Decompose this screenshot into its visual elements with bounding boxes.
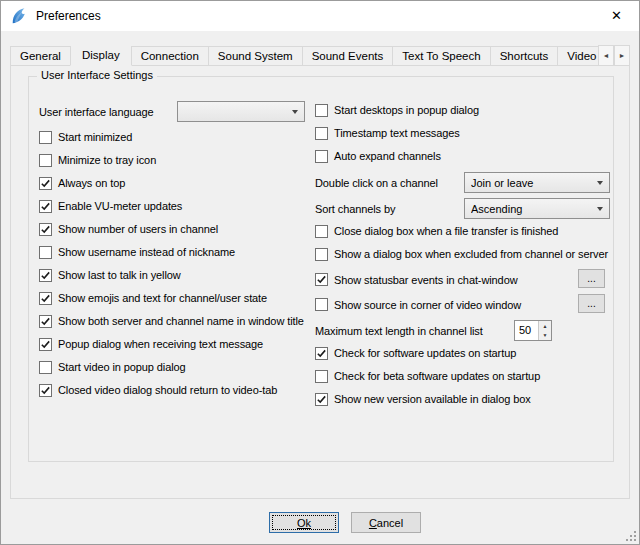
tab-scroll-right-button[interactable]: ► <box>614 45 630 66</box>
tab-sound-events[interactable]: Sound Events <box>302 46 394 66</box>
checkbox-label: Close dialog box when a file transfer is… <box>334 225 558 237</box>
tab-shortcuts[interactable]: Shortcuts <box>490 46 559 66</box>
cancel-button[interactable]: Cancel <box>351 512 421 533</box>
dropdown[interactable] <box>177 101 305 122</box>
resize-grip[interactable] <box>625 530 637 542</box>
right-settings-column: Start desktops in popup dialogTimestamp … <box>315 103 617 415</box>
checkbox[interactable] <box>39 269 52 282</box>
checkbox-row: Show both server and channel name in win… <box>39 314 315 328</box>
spin-up-button[interactable]: ▲ <box>539 321 551 331</box>
checkbox-row: Start video in popup dialog <box>39 360 315 374</box>
dropdown[interactable]: Join or leave <box>464 172 610 193</box>
checkbox-row: Timestamp text messages <box>315 126 617 140</box>
check-icon <box>40 224 51 235</box>
check-icon <box>40 385 51 396</box>
checkbox-label: Show source in corner of video window <box>334 299 521 311</box>
checkbox[interactable] <box>315 393 328 406</box>
checkbox[interactable] <box>315 104 328 117</box>
checkbox[interactable] <box>39 200 52 213</box>
ellipsis-button[interactable]: ... <box>578 294 605 313</box>
number-spinner[interactable]: 50▲▼ <box>514 320 552 341</box>
select-row: User interface language <box>39 101 315 122</box>
checkbox-label: Popup dialog when receiving text message <box>58 338 263 350</box>
checkbox[interactable] <box>39 154 52 167</box>
spin-down-button[interactable]: ▼ <box>539 331 551 341</box>
tab-text-to-speech[interactable]: Text To Speech <box>392 46 490 66</box>
spinner-value: 50 <box>515 321 538 340</box>
checkbox[interactable] <box>315 150 328 163</box>
checkbox[interactable] <box>39 384 52 397</box>
group-title: User Interface Settings <box>37 69 157 81</box>
checkbox[interactable] <box>39 292 52 305</box>
checkbox[interactable] <box>315 273 328 286</box>
select-row: Sort channels byAscending <box>315 198 617 219</box>
checkbox[interactable] <box>39 361 52 374</box>
dropdown-value: Ascending <box>471 203 593 215</box>
checkbox-label: Start desktops in popup dialog <box>334 104 479 116</box>
user-interface-settings-group: User Interface Settings User interface l… <box>28 76 614 462</box>
checkbox-row: Show a dialog box when excluded from cha… <box>315 247 617 261</box>
checkbox[interactable] <box>39 177 52 190</box>
checkbox[interactable] <box>315 370 328 383</box>
checkbox-row: Show emojis and text for channel/user st… <box>39 291 315 305</box>
checkbox[interactable] <box>315 127 328 140</box>
checkbox-button-row: Show statusbar events in chat-window... <box>315 270 617 289</box>
tab-video[interactable]: Video <box>557 46 600 66</box>
checkbox-label: Show last to talk in yellow <box>58 269 181 281</box>
ellipsis-button[interactable]: ... <box>578 269 605 288</box>
left-settings-column: User interface languageStart minimizedMi… <box>39 101 315 406</box>
checkbox-label: Check for beta software updates on start… <box>334 370 540 382</box>
check-icon <box>316 348 327 359</box>
dropdown[interactable]: Ascending <box>464 198 610 219</box>
tab-scrollers: ◄ ► <box>598 45 630 66</box>
select-label: Double click on a channel <box>315 177 438 189</box>
checkbox[interactable] <box>39 223 52 236</box>
app-logo-icon <box>10 7 28 25</box>
checkbox[interactable] <box>39 131 52 144</box>
chevron-down-icon <box>292 110 298 114</box>
checkbox[interactable] <box>315 298 328 311</box>
close-button[interactable]: ✕ <box>594 1 639 30</box>
checkbox-row: Closed video dialog should return to vid… <box>39 383 315 397</box>
checkbox-label: Show both server and channel name in win… <box>58 315 304 327</box>
checkbox-row: Show last to talk in yellow <box>39 268 315 282</box>
checkbox[interactable] <box>39 315 52 328</box>
tab-general[interactable]: General <box>10 46 71 66</box>
checkbox-row: Check for beta software updates on start… <box>315 369 617 383</box>
checkbox-row: Start minimized <box>39 130 315 144</box>
cancel-mnemonic: C <box>369 517 377 529</box>
checkbox-row: Always on top <box>39 176 315 190</box>
ok-button[interactable]: Ok <box>269 512 339 533</box>
title-bar: Preferences ✕ <box>1 1 639 31</box>
checkbox-label: Show emojis and text for channel/user st… <box>58 292 267 304</box>
checkbox-row: Close dialog box when a file transfer is… <box>315 224 617 238</box>
select-label: User interface language <box>39 106 154 118</box>
checkbox-label: Auto expand channels <box>334 150 441 162</box>
spinner-arrows: ▲▼ <box>538 321 551 340</box>
tab-scroll-left-button[interactable]: ◄ <box>598 45 614 66</box>
tab-bar: GeneralDisplayConnectionSound SystemSoun… <box>10 46 600 66</box>
checkbox[interactable] <box>39 338 52 351</box>
spinner-label: Maximum text length in channel list <box>315 325 483 337</box>
checkbox-button-row: Show source in corner of video window... <box>315 295 617 314</box>
checkbox-label: Show statusbar events in chat-window <box>334 274 518 286</box>
checkbox[interactable] <box>39 246 52 259</box>
checkbox[interactable] <box>315 248 328 261</box>
checkbox-label: Minimize to tray icon <box>58 154 156 166</box>
check-icon <box>40 201 51 212</box>
checkbox-row: Minimize to tray icon <box>39 153 315 167</box>
checkbox-row: Show number of users in channel <box>39 222 315 236</box>
checkbox-row: Popup dialog when receiving text message <box>39 337 315 351</box>
tab-connection[interactable]: Connection <box>131 46 209 66</box>
check-icon <box>40 270 51 281</box>
spinner-row: Maximum text length in channel list50▲▼ <box>315 320 617 342</box>
checkbox-label: Start video in popup dialog <box>58 361 186 373</box>
checkbox-label: Timestamp text messages <box>334 127 460 139</box>
select-label: Sort channels by <box>315 203 395 215</box>
checkbox-label: Start minimized <box>58 131 132 143</box>
tab-display[interactable]: Display <box>70 46 132 66</box>
checkbox[interactable] <box>315 347 328 360</box>
tab-sound-system[interactable]: Sound System <box>208 46 303 66</box>
checkbox[interactable] <box>315 225 328 238</box>
checkbox-label: Show number of users in channel <box>58 223 218 235</box>
